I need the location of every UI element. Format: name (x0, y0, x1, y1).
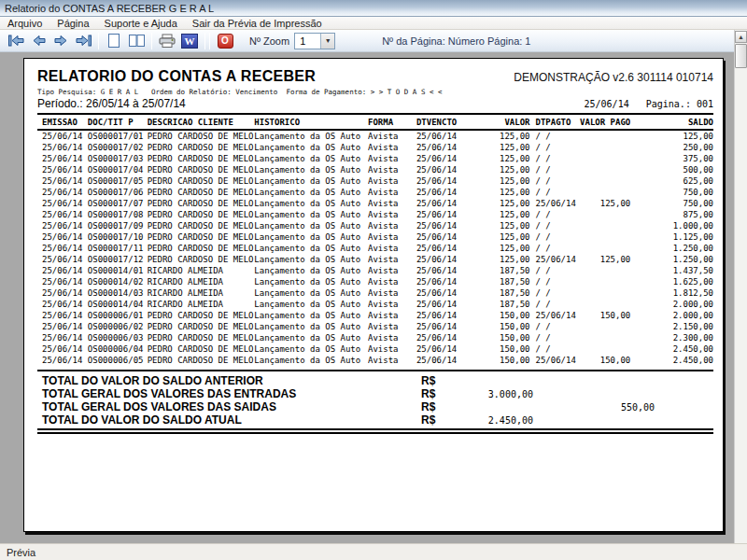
two-page-view-button[interactable] (125, 32, 148, 50)
cell: 750,00 (630, 198, 713, 209)
next-page-button[interactable] (49, 32, 72, 50)
cell: OS000017/02 (88, 142, 148, 153)
cell: PEDRO CARDOSO DE MELO (148, 243, 255, 254)
cell: 1.437,50 (630, 265, 713, 276)
zoom-select[interactable]: 1 ▼ (294, 33, 335, 49)
last-page-button[interactable] (72, 32, 94, 50)
zoom-label: Nº Zoom (249, 35, 289, 47)
cell: 250,00 (630, 142, 713, 153)
total-rs: R$ (421, 413, 468, 427)
cell: 25/06/14 (42, 287, 88, 299)
status-bar: Prévia (0, 543, 747, 560)
cell: 125,00 (472, 220, 530, 231)
cell: 25/06/14 (42, 310, 88, 321)
column-header: DOC/TIT P (88, 118, 148, 127)
cell: RICARDO ALMEIDA (148, 276, 255, 287)
cell: Avista (368, 287, 416, 299)
cell: OS000017/05 (88, 175, 148, 187)
column-header: DTPAGTO (530, 118, 579, 127)
menu-item[interactable]: Sair da Prévia de Impressão (185, 18, 330, 29)
cell: 25/06/14 (42, 321, 88, 332)
cell: 125,00 (578, 198, 630, 209)
cell: Lançamento da OS Auto (254, 175, 368, 187)
cell: Lançamento da OS Auto (254, 209, 368, 220)
cell: Lançamento da OS Auto (254, 310, 368, 321)
cell: Lançamento da OS Auto (254, 153, 368, 164)
cell: 125,00 (472, 209, 530, 220)
cell: OS000014/03 (88, 287, 148, 299)
table-row: 25/06/14OS000017/05PEDRO CARDOSO DE MELO… (37, 175, 713, 187)
page-number: Pagina.: 001 (646, 99, 713, 109)
cell: 25/06/14 (42, 175, 88, 187)
cell: 25/06/14 (416, 254, 472, 265)
cell: 500,00 (630, 164, 713, 175)
cell: 2.150,00 (630, 321, 713, 332)
table-row: 25/06/14OS000006/03PEDRO CARDOSO DE MELO… (37, 332, 713, 343)
cell: 25/06/14 (416, 287, 472, 299)
cell: PEDRO CARDOSO DE MELO (148, 220, 255, 231)
cell: 125,00 (472, 231, 530, 243)
close-preview-button[interactable]: O (214, 32, 236, 50)
total-row: TOTAL DO VALOR DO SALDO ANTERIORR$ (37, 374, 713, 387)
cell: 2.450,00 (630, 355, 713, 366)
total-row: TOTAL GERAL DOS VALORES DAS ENTRADASR$3.… (37, 387, 713, 400)
cell: Avista (368, 231, 416, 243)
table-row: 25/06/14OS000014/01RICARDO ALMEIDALançam… (37, 265, 713, 276)
scrollbar-thumb[interactable] (735, 44, 747, 68)
cell: 150,00 (472, 332, 530, 343)
cell: 125,00 (630, 131, 713, 142)
cell: Lançamento da OS Auto (254, 343, 368, 355)
menu-item[interactable]: Suporte e Ajuda (97, 18, 185, 29)
cell (578, 265, 630, 276)
cell: 25/06/14 (416, 220, 472, 231)
report-version: DEMONSTRAÇÃO v2.6 301114 010714 (514, 71, 713, 84)
cell: PEDRO CARDOSO DE MELO (148, 198, 255, 209)
cell: 25/06/14 (530, 254, 579, 265)
cell: Lançamento da OS Auto (254, 243, 368, 254)
cell (578, 187, 630, 198)
print-button[interactable] (156, 32, 178, 50)
cell: 125,00 (472, 187, 530, 198)
cell (578, 164, 630, 175)
chevron-down-icon[interactable]: ▼ (320, 34, 334, 49)
toolbar-separator (209, 33, 210, 49)
cell: 25/06/14 (416, 153, 472, 164)
table-row: 25/06/14OS000017/10PEDRO CARDOSO DE MELO… (37, 231, 713, 243)
cell: PEDRO CARDOSO DE MELO (148, 164, 255, 175)
first-page-button[interactable] (5, 32, 27, 50)
column-header: FORMA (368, 118, 416, 127)
total-row: TOTAL DO VALOR DO SALDO ATUALR$2.450,00 (37, 413, 713, 427)
cell: PEDRO CARDOSO DE MELO (148, 231, 255, 243)
cell: OS000017/09 (88, 220, 148, 231)
total-rs: R$ (421, 400, 468, 413)
cell: OS000017/01 (88, 131, 148, 142)
cell: 25/06/14 (42, 153, 88, 164)
total-rs: R$ (421, 387, 468, 400)
cell: 25/06/14 (42, 198, 88, 209)
report-page: RELATORIO DO CONTAS A RECEBER DEMONSTRAÇ… (23, 58, 724, 532)
cell: 375,00 (630, 153, 713, 164)
menu-item[interactable]: Arquivo (0, 18, 49, 29)
scroll-up-icon[interactable]: ▲ (735, 31, 747, 43)
single-page-view-button[interactable] (103, 32, 125, 50)
cell: 150,00 (578, 310, 630, 321)
cell: / / (530, 231, 579, 243)
cell: OS000006/05 (88, 355, 148, 366)
export-word-button[interactable]: W (178, 32, 201, 50)
cell: 25/06/14 (42, 343, 88, 355)
cell: Avista (368, 310, 416, 321)
cell (578, 321, 630, 332)
cell (578, 299, 630, 310)
total-sai: 550,00 (533, 402, 655, 413)
menu-item[interactable]: Página (49, 18, 96, 29)
cell: Lançamento da OS Auto (254, 321, 368, 332)
total-lbl: TOTAL DO VALOR DO SALDO ANTERIOR (42, 374, 421, 387)
cell: / / (530, 187, 579, 198)
table-row: 25/06/14OS000006/04PEDRO CARDOSO DE MELO… (37, 343, 713, 355)
cell: OS000014/02 (88, 276, 148, 287)
vertical-scrollbar[interactable]: ▲ ▼ (734, 30, 747, 556)
cell: Lançamento da OS Auto (254, 142, 368, 153)
previous-page-button[interactable] (27, 32, 49, 50)
cell: Avista (368, 321, 416, 332)
cell: OS000014/04 (88, 299, 148, 310)
